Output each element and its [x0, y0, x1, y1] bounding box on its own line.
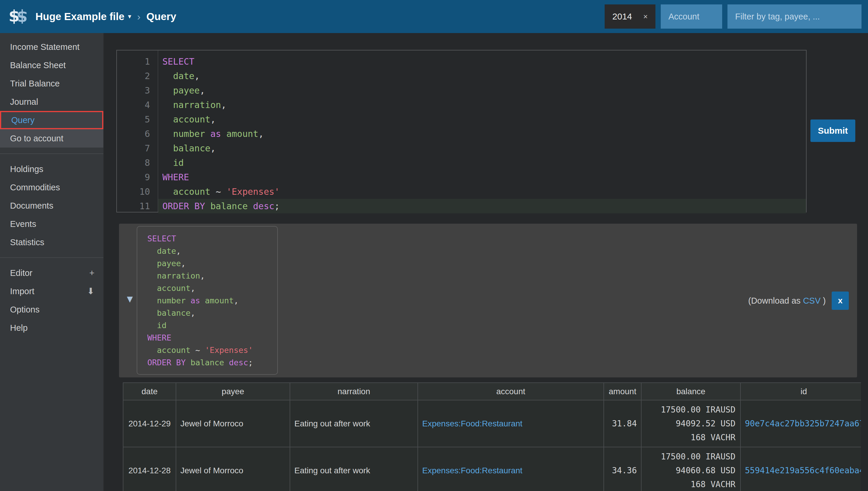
query-result-panel: ▼ SELECT date, payee, narration, account…	[119, 224, 857, 377]
add-icon[interactable]: +	[89, 264, 94, 282]
sidebar-item-documents[interactable]: Documents	[0, 197, 103, 215]
cell-payee: Jewel of Morroco	[176, 447, 290, 491]
table-row: 2014-12-28 Jewel of Morroco Eating out a…	[123, 447, 861, 491]
col-account[interactable]: account	[418, 383, 604, 400]
cell-id: 90e7c4ac27bb325b7247aa679	[740, 400, 861, 447]
tag-payee-filter-input[interactable]	[727, 4, 862, 29]
chevron-down-icon[interactable]: ▾	[128, 13, 131, 20]
sidebar-item-balance-sheet[interactable]: Balance Sheet	[0, 56, 103, 74]
query-editor[interactable]: 1 2 3 4 5 6 7 8 9 10 11 SELECT date, pay…	[116, 50, 807, 212]
query-summary-box[interactable]: SELECT date, payee, narration, account, …	[137, 226, 278, 375]
col-amount[interactable]: amount	[604, 383, 641, 400]
col-payee[interactable]: payee	[176, 383, 290, 400]
col-balance[interactable]: balance	[641, 383, 740, 400]
collapse-triangle-icon[interactable]: ▼	[125, 294, 135, 304]
cell-date: 2014-12-28	[123, 447, 176, 491]
cell-amount: 31.84	[604, 400, 641, 447]
editor-line-numbers: 1 2 3 4 5 6 7 8 9 10 11	[117, 51, 158, 212]
cell-account: Expenses:Food:Restaurant	[418, 447, 604, 491]
cell-account: Expenses:Food:Restaurant	[418, 400, 604, 447]
cell-payee: Jewel of Morroco	[176, 400, 290, 447]
cell-balance: 17500.00 IRAUSD 94092.52 USD 168 VACHR	[641, 400, 740, 447]
code-line: narration,	[158, 98, 806, 112]
code-line-active: ORDER BY balance desc;	[158, 199, 806, 213]
account-filter-input[interactable]	[661, 4, 722, 29]
sidebar-item-income-statement[interactable]: Income Statement	[0, 38, 103, 56]
entry-id-link[interactable]: 90e7c4ac27bb325b7247aa679	[745, 419, 861, 428]
cell-amount: 34.36	[604, 447, 641, 491]
sidebar-item-statistics[interactable]: Statistics	[0, 233, 103, 252]
close-results-button[interactable]: x	[832, 291, 849, 310]
code-line: account,	[158, 112, 806, 126]
cell-narration: Eating out after work	[290, 447, 418, 491]
editor-code[interactable]: SELECT date, payee, narration, account, …	[158, 51, 806, 212]
code-line: balance,	[158, 141, 806, 155]
sidebar-item-query[interactable]: Query	[0, 111, 103, 129]
col-id[interactable]: id	[740, 383, 861, 400]
download-csv-link[interactable]: CSV	[803, 296, 821, 306]
query-result-table: date payee narration account amount bala…	[123, 382, 861, 491]
page-title: Query	[146, 11, 176, 22]
sidebar-item-holdings[interactable]: Holdings	[0, 160, 103, 178]
code-line: id	[158, 155, 806, 170]
code-line: WHERE	[158, 170, 806, 184]
time-filter-value: 2014	[612, 11, 632, 22]
submit-button[interactable]: Submit	[810, 119, 855, 142]
sidebar-item-options[interactable]: Options	[0, 300, 103, 319]
download-bar: (Download as CSV )	[748, 291, 826, 310]
breadcrumb-separator: ›	[137, 11, 141, 22]
code-line: payee,	[158, 83, 806, 98]
sidebar-divider	[0, 153, 103, 154]
sidebar-item-go-to-account[interactable]: Go to account	[0, 129, 103, 148]
sidebar-item-editor[interactable]: Editor +	[0, 264, 103, 282]
sidebar-item-import[interactable]: Import ⬇	[0, 282, 103, 300]
cell-id: 559414e219a556c4f60eaba44	[740, 447, 861, 491]
header-bar: $ $ Huge Example file ▾ › Query 2014 ×	[0, 0, 868, 33]
sidebar-item-help[interactable]: Help	[0, 319, 103, 337]
code-line: number as amount,	[158, 126, 806, 141]
sidebar-divider	[0, 257, 103, 258]
file-title[interactable]: Huge Example file	[35, 11, 124, 22]
entry-id-link[interactable]: 559414e219a556c4f60eaba44	[745, 466, 861, 475]
code-line: account ~ 'Expenses'	[158, 184, 806, 199]
fava-logo: $ $	[8, 7, 28, 26]
account-link[interactable]: Expenses:Food:Restaurant	[422, 466, 522, 475]
close-icon[interactable]: ×	[643, 12, 648, 21]
code-line: SELECT	[158, 54, 806, 69]
table-row: 2014-12-29 Jewel of Morroco Eating out a…	[123, 400, 861, 447]
sidebar-item-journal[interactable]: Journal	[0, 93, 103, 111]
col-narration[interactable]: narration	[290, 383, 418, 400]
col-date[interactable]: date	[123, 383, 176, 400]
table-header-row: date payee narration account amount bala…	[123, 383, 861, 400]
sidebar: Income Statement Balance Sheet Trial Bal…	[0, 33, 104, 491]
account-link[interactable]: Expenses:Food:Restaurant	[422, 419, 522, 428]
sidebar-item-events[interactable]: Events	[0, 215, 103, 233]
time-filter-chip[interactable]: 2014 ×	[605, 4, 655, 29]
cell-narration: Eating out after work	[290, 400, 418, 447]
sidebar-item-commodities[interactable]: Commodities	[0, 178, 103, 197]
sidebar-item-trial-balance[interactable]: Trial Balance	[0, 74, 103, 93]
cell-balance: 17500.00 IRAUSD 94060.68 USD 168 VACHR	[641, 447, 740, 491]
cell-date: 2014-12-29	[123, 400, 176, 447]
code-line: date,	[158, 69, 806, 83]
download-arrow-icon[interactable]: ⬇	[87, 282, 94, 300]
svg-text:$: $	[17, 8, 28, 26]
